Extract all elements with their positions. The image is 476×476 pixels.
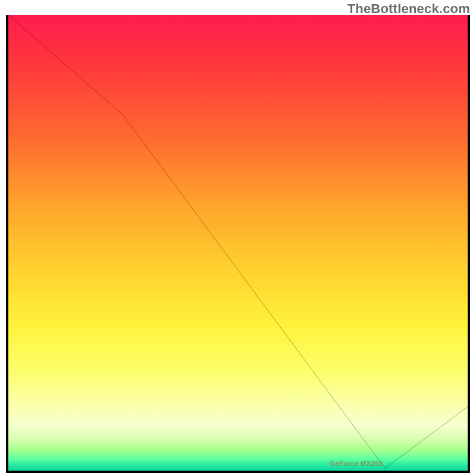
chart-stage: TheBottleneck.com GeForce MX250 <box>0 0 476 476</box>
data-line-chart <box>8 15 468 471</box>
plot-frame: GeForce MX250 <box>6 15 470 473</box>
annotation-label: GeForce MX250 <box>330 460 383 467</box>
series-curve <box>8 15 468 468</box>
